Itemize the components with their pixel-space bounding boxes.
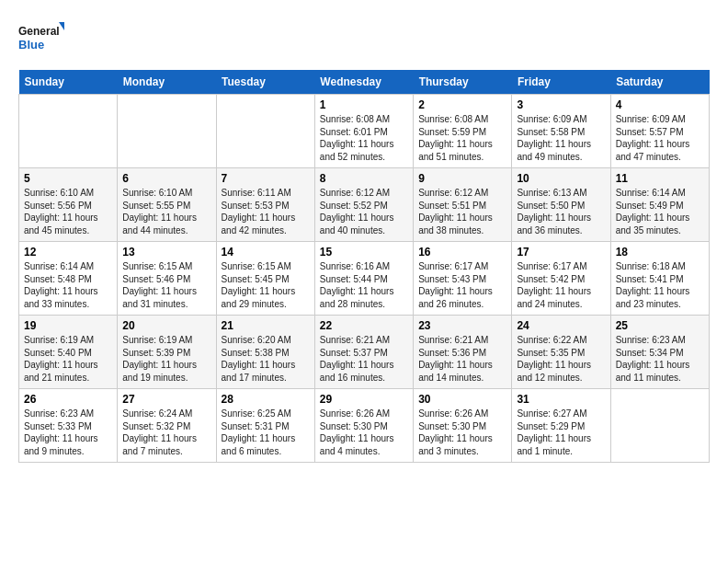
svg-text:General: General	[18, 25, 60, 38]
day-info: Sunrise: 6:13 AM Sunset: 5:50 PM Dayligh…	[517, 187, 605, 236]
calendar-cell: 3Sunrise: 6:09 AM Sunset: 5:58 PM Daylig…	[512, 95, 610, 168]
day-info: Sunrise: 6:23 AM Sunset: 5:33 PM Dayligh…	[24, 408, 112, 457]
day-number: 11	[616, 172, 704, 185]
day-number: 16	[418, 246, 506, 259]
day-info: Sunrise: 6:26 AM Sunset: 5:30 PM Dayligh…	[418, 408, 506, 457]
calendar-week-3: 12Sunrise: 6:14 AM Sunset: 5:48 PM Dayli…	[19, 242, 710, 316]
day-info: Sunrise: 6:22 AM Sunset: 5:35 PM Dayligh…	[517, 334, 605, 384]
calendar-cell: 6Sunrise: 6:10 AM Sunset: 5:55 PM Daylig…	[118, 168, 216, 242]
day-number: 26	[24, 393, 112, 406]
day-info: Sunrise: 6:14 AM Sunset: 5:49 PM Dayligh…	[616, 187, 704, 236]
day-number: 24	[517, 319, 605, 332]
calendar-cell: 10Sunrise: 6:13 AM Sunset: 5:50 PM Dayli…	[512, 168, 610, 242]
day-info: Sunrise: 6:20 AM Sunset: 5:38 PM Dayligh…	[222, 334, 310, 384]
day-info: Sunrise: 6:10 AM Sunset: 5:55 PM Dayligh…	[122, 187, 210, 236]
day-info: Sunrise: 6:12 AM Sunset: 5:51 PM Dayligh…	[418, 187, 506, 236]
calendar-week-1: 1Sunrise: 6:08 AM Sunset: 6:01 PM Daylig…	[19, 95, 710, 168]
calendar-cell: 2Sunrise: 6:08 AM Sunset: 5:59 PM Daylig…	[414, 95, 512, 168]
calendar-cell: 27Sunrise: 6:24 AM Sunset: 5:32 PM Dayli…	[118, 389, 216, 463]
svg-text:Blue: Blue	[18, 38, 44, 52]
calendar-cell	[118, 95, 216, 168]
calendar-cell: 12Sunrise: 6:14 AM Sunset: 5:48 PM Dayli…	[19, 242, 118, 316]
day-number: 20	[122, 319, 210, 332]
day-number: 9	[418, 172, 506, 185]
calendar-cell: 4Sunrise: 6:09 AM Sunset: 5:57 PM Daylig…	[610, 95, 709, 168]
day-info: Sunrise: 6:17 AM Sunset: 5:43 PM Dayligh…	[418, 260, 506, 310]
calendar-cell	[610, 389, 709, 463]
day-info: Sunrise: 6:25 AM Sunset: 5:31 PM Dayligh…	[222, 408, 310, 457]
calendar-cell: 23Sunrise: 6:21 AM Sunset: 5:36 PM Dayli…	[414, 316, 512, 389]
day-info: Sunrise: 6:12 AM Sunset: 5:52 PM Dayligh…	[320, 187, 408, 236]
calendar-cell: 30Sunrise: 6:26 AM Sunset: 5:30 PM Dayli…	[414, 389, 512, 463]
calendar-cell: 17Sunrise: 6:17 AM Sunset: 5:42 PM Dayli…	[512, 242, 610, 316]
day-number: 31	[517, 393, 605, 406]
day-info: Sunrise: 6:14 AM Sunset: 5:48 PM Dayligh…	[24, 260, 112, 310]
calendar-cell: 19Sunrise: 6:19 AM Sunset: 5:40 PM Dayli…	[19, 316, 118, 389]
logo: General Blue	[18, 18, 64, 55]
day-info: Sunrise: 6:09 AM Sunset: 5:58 PM Dayligh…	[517, 113, 605, 163]
calendar-week-4: 19Sunrise: 6:19 AM Sunset: 5:40 PM Dayli…	[19, 316, 710, 389]
day-number: 25	[616, 319, 704, 332]
calendar-cell: 18Sunrise: 6:18 AM Sunset: 5:41 PM Dayli…	[610, 242, 709, 316]
day-info: Sunrise: 6:19 AM Sunset: 5:39 PM Dayligh…	[122, 334, 210, 384]
day-info: Sunrise: 6:16 AM Sunset: 5:44 PM Dayligh…	[320, 260, 408, 310]
day-number: 2	[418, 98, 506, 111]
weekday-header-wednesday: Wednesday	[314, 70, 413, 95]
day-number: 27	[122, 393, 210, 406]
day-number: 8	[320, 172, 408, 185]
day-number: 7	[222, 172, 310, 185]
calendar-cell: 13Sunrise: 6:15 AM Sunset: 5:46 PM Dayli…	[118, 242, 216, 316]
day-number: 5	[24, 172, 112, 185]
calendar-week-5: 26Sunrise: 6:23 AM Sunset: 5:33 PM Dayli…	[19, 389, 710, 463]
day-number: 29	[320, 393, 408, 406]
calendar-cell: 9Sunrise: 6:12 AM Sunset: 5:51 PM Daylig…	[414, 168, 512, 242]
day-info: Sunrise: 6:24 AM Sunset: 5:32 PM Dayligh…	[122, 408, 210, 457]
calendar-cell: 24Sunrise: 6:22 AM Sunset: 5:35 PM Dayli…	[512, 316, 610, 389]
day-info: Sunrise: 6:23 AM Sunset: 5:34 PM Dayligh…	[616, 334, 704, 384]
svg-marker-2	[59, 22, 64, 33]
day-info: Sunrise: 6:15 AM Sunset: 5:46 PM Dayligh…	[122, 260, 210, 310]
day-number: 15	[320, 246, 408, 259]
day-info: Sunrise: 6:19 AM Sunset: 5:40 PM Dayligh…	[24, 334, 112, 384]
calendar-cell: 29Sunrise: 6:26 AM Sunset: 5:30 PM Dayli…	[314, 389, 413, 463]
calendar-week-2: 5Sunrise: 6:10 AM Sunset: 5:56 PM Daylig…	[19, 168, 710, 242]
page-header: General Blue	[18, 18, 710, 55]
calendar-cell: 16Sunrise: 6:17 AM Sunset: 5:43 PM Dayli…	[414, 242, 512, 316]
calendar-cell: 25Sunrise: 6:23 AM Sunset: 5:34 PM Dayli…	[610, 316, 709, 389]
weekday-header-row: SundayMondayTuesdayWednesdayThursdayFrid…	[19, 70, 710, 95]
calendar-cell: 26Sunrise: 6:23 AM Sunset: 5:33 PM Dayli…	[19, 389, 118, 463]
day-number: 28	[222, 393, 310, 406]
calendar-table: SundayMondayTuesdayWednesdayThursdayFrid…	[18, 70, 710, 463]
day-info: Sunrise: 6:15 AM Sunset: 5:45 PM Dayligh…	[222, 260, 310, 310]
calendar-cell: 8Sunrise: 6:12 AM Sunset: 5:52 PM Daylig…	[314, 168, 413, 242]
calendar-cell: 22Sunrise: 6:21 AM Sunset: 5:37 PM Dayli…	[314, 316, 413, 389]
calendar-cell: 7Sunrise: 6:11 AM Sunset: 5:53 PM Daylig…	[216, 168, 314, 242]
day-info: Sunrise: 6:08 AM Sunset: 5:59 PM Dayligh…	[418, 113, 506, 163]
day-number: 3	[517, 98, 605, 111]
day-number: 13	[122, 246, 210, 259]
day-info: Sunrise: 6:09 AM Sunset: 5:57 PM Dayligh…	[616, 113, 704, 163]
day-number: 1	[320, 98, 408, 111]
day-info: Sunrise: 6:21 AM Sunset: 5:36 PM Dayligh…	[418, 334, 506, 384]
day-info: Sunrise: 6:27 AM Sunset: 5:29 PM Dayligh…	[517, 408, 605, 457]
weekday-header-saturday: Saturday	[610, 70, 709, 95]
calendar-body: 1Sunrise: 6:08 AM Sunset: 6:01 PM Daylig…	[19, 95, 710, 463]
calendar-cell	[216, 95, 314, 168]
day-number: 23	[418, 319, 506, 332]
weekday-header-sunday: Sunday	[19, 70, 118, 95]
calendar-cell: 11Sunrise: 6:14 AM Sunset: 5:49 PM Dayli…	[610, 168, 709, 242]
day-info: Sunrise: 6:26 AM Sunset: 5:30 PM Dayligh…	[320, 408, 408, 457]
calendar-cell: 15Sunrise: 6:16 AM Sunset: 5:44 PM Dayli…	[314, 242, 413, 316]
calendar-cell: 28Sunrise: 6:25 AM Sunset: 5:31 PM Dayli…	[216, 389, 314, 463]
calendar-cell: 21Sunrise: 6:20 AM Sunset: 5:38 PM Dayli…	[216, 316, 314, 389]
day-info: Sunrise: 6:11 AM Sunset: 5:53 PM Dayligh…	[222, 187, 310, 236]
day-info: Sunrise: 6:17 AM Sunset: 5:42 PM Dayligh…	[517, 260, 605, 310]
day-number: 30	[418, 393, 506, 406]
weekday-header-tuesday: Tuesday	[216, 70, 314, 95]
day-number: 18	[616, 246, 704, 259]
weekday-header-monday: Monday	[118, 70, 216, 95]
day-number: 19	[24, 319, 112, 332]
day-number: 6	[122, 172, 210, 185]
day-number: 10	[517, 172, 605, 185]
calendar-cell: 14Sunrise: 6:15 AM Sunset: 5:45 PM Dayli…	[216, 242, 314, 316]
